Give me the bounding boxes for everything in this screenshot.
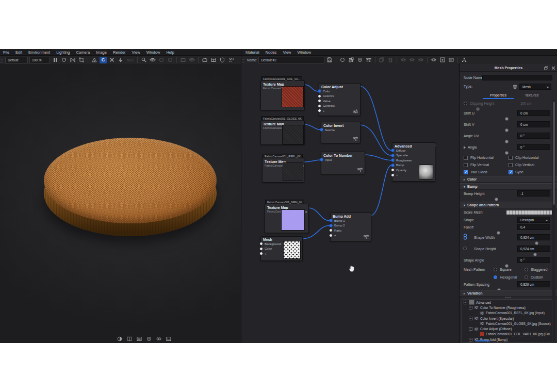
properties-scrollbar[interactable] <box>552 100 555 341</box>
menu-view[interactable]: View <box>129 50 143 55</box>
toolbar-grip[interactable] <box>242 57 244 63</box>
add-port[interactable] <box>329 234 333 237</box>
toolbar-grip[interactable] <box>1 57 3 63</box>
node-bump-add[interactable]: Bump Add Bump 1 Bump 2 Ratio + <box>330 213 371 241</box>
collapse-icon[interactable]: − <box>469 317 472 320</box>
share-button[interactable] <box>227 57 235 63</box>
input-port[interactable] <box>318 89 321 93</box>
node-settings-icon[interactable] <box>357 167 363 172</box>
falloff-slider[interactable] <box>497 231 500 235</box>
tree-item-advanced[interactable]: − Advanced <box>462 300 552 305</box>
undock-icon[interactable] <box>544 66 548 70</box>
project-button[interactable] <box>201 57 208 63</box>
add-port[interactable] <box>259 252 263 255</box>
shift-v-input[interactable]: 0 cm <box>517 121 550 127</box>
input-port[interactable] <box>259 242 263 246</box>
angle-expander-icon[interactable] <box>464 146 466 149</box>
move-button[interactable] <box>108 57 116 63</box>
preset-dropdown[interactable]: Default <box>5 57 28 63</box>
save-button[interactable] <box>326 57 333 63</box>
shape-width-slider[interactable] <box>535 241 538 245</box>
bump-height-input[interactable]: -1 <box>517 190 550 197</box>
panel-splitter-handle[interactable]: ••• <box>460 296 557 299</box>
shape-height-slider[interactable] <box>533 253 537 256</box>
bump-height-slider[interactable] <box>495 198 498 201</box>
focus-button[interactable] <box>356 57 364 63</box>
pattern-square-radio[interactable] <box>494 268 497 271</box>
angle-input[interactable]: 0 ° <box>517 144 550 150</box>
input-port[interactable] <box>329 224 333 227</box>
menu-view-2[interactable]: View <box>280 50 294 55</box>
collapse-icon[interactable]: − <box>469 338 472 341</box>
clip-horizontal-checkbox[interactable] <box>509 156 513 160</box>
section-shape-and-pattern[interactable]: ▾ Shape and Pattern <box>460 202 557 208</box>
two-sided-checkbox[interactable] <box>464 170 468 174</box>
node-color-adjust[interactable]: Color Adjust Color Colorize Value Contra… <box>319 83 361 116</box>
menu-environment[interactable]: Environment <box>25 50 53 55</box>
menu-window-2[interactable]: Window <box>294 50 315 55</box>
board-cycle-button[interactable] <box>188 57 195 63</box>
node-color-invert[interactable]: Color Invert Source <box>321 122 361 143</box>
refresh-button[interactable] <box>60 57 68 63</box>
snapshot-icon[interactable] <box>165 336 172 342</box>
flip-vertical-checkbox[interactable] <box>464 163 468 167</box>
render-mode-icon[interactable] <box>116 336 123 342</box>
split-view-icon[interactable] <box>126 336 133 342</box>
3d-viewport[interactable] <box>0 64 241 343</box>
copy-button[interactable] <box>378 57 385 63</box>
node-advanced-material[interactable]: Advanced Diffuse Specular Roughness Bump… <box>392 142 435 182</box>
flip-button[interactable] <box>69 57 76 63</box>
node-settings-icon[interactable] <box>352 136 358 141</box>
clipping-slider[interactable] <box>476 107 480 111</box>
section-bump[interactable]: ▾ Bump <box>460 183 557 190</box>
merge-button[interactable] <box>417 57 424 63</box>
pan-button[interactable] <box>167 57 174 63</box>
pattern-spacing-input[interactable]: 0,829 cm <box>517 281 550 287</box>
input-port[interactable] <box>329 219 333 222</box>
input-port[interactable] <box>391 154 395 157</box>
delete-button[interactable] <box>387 57 394 63</box>
input-port[interactable] <box>318 99 321 103</box>
tab-textures[interactable]: Textures <box>516 92 547 99</box>
menu-render[interactable]: Render <box>110 50 129 55</box>
material-name-input[interactable]: Default #2 <box>258 57 324 63</box>
node-texture-map-nrm[interactable]: FabricCanvas001_NRM_6K Texture Map Fabri… <box>265 204 309 233</box>
menu-camera[interactable]: Camera <box>73 50 93 55</box>
pattern-custom-radio[interactable] <box>525 275 528 279</box>
panel-title-bar[interactable]: Mesh Properties <box>460 64 557 72</box>
node-color-to-number[interactable]: Color To Number Input <box>321 152 365 174</box>
clip-vertical-checkbox[interactable] <box>509 163 513 167</box>
node-settings-icon[interactable] <box>363 234 369 239</box>
tree-item-color-to-number[interactable]: − Color To Number (Roughness) <box>462 305 552 310</box>
shift-u-slider[interactable] <box>505 117 509 121</box>
pattern-hexagonal-radio[interactable] <box>494 275 497 279</box>
falloff-input[interactable]: 0,4 <box>517 224 550 230</box>
menu-help[interactable]: Help <box>163 50 177 55</box>
node-settings-icon[interactable] <box>352 109 358 114</box>
panels-button[interactable] <box>210 57 217 63</box>
shape-height-toggle[interactable] <box>463 247 467 250</box>
trash-icon[interactable] <box>513 84 517 89</box>
sliders-button[interactable] <box>365 57 372 63</box>
camera-cycle-button[interactable] <box>149 57 156 63</box>
input-port[interactable] <box>391 149 395 152</box>
collapse-icon[interactable]: − <box>464 301 467 304</box>
shift-u-input[interactable]: 0 cm <box>517 110 550 116</box>
shape-height-input[interactable]: 0,924 cm <box>517 246 550 252</box>
clipping-toggle[interactable] <box>464 102 467 105</box>
input-port[interactable] <box>318 104 321 108</box>
input-port[interactable] <box>391 168 395 172</box>
orbit-button[interactable] <box>158 57 165 63</box>
node-editor-canvas[interactable]: FabricCanvas001_COL_VA... Texture Map Fa… <box>241 64 458 343</box>
scrollbar-thumb[interactable] <box>553 102 555 205</box>
pause-button[interactable] <box>52 57 59 63</box>
menu-material[interactable]: Material <box>242 50 263 55</box>
angle-slider[interactable] <box>505 151 509 155</box>
menu-lighting[interactable]: Lighting <box>53 50 73 55</box>
collapse-icon[interactable]: − <box>469 327 472 331</box>
input-port[interactable] <box>391 158 395 162</box>
type-dropdown[interactable]: Mesh <box>519 84 551 90</box>
flip-horizontal-checkbox[interactable] <box>464 156 468 160</box>
shape-dropdown[interactable]: Hexagon <box>517 217 550 223</box>
node-texture-map-gloss[interactable]: FabricCanvas001_GLOSS_6K Texture Map Fab… <box>260 120 305 145</box>
